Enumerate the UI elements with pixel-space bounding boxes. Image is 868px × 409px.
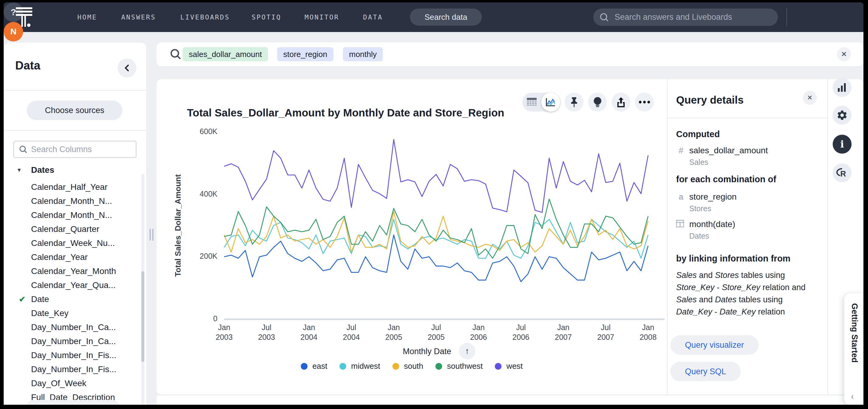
legend-item-south[interactable]: south [392,361,423,371]
legend-dot [436,363,442,370]
x-tick-label: Jan2006 [460,322,497,342]
attribute-icon: a [676,192,686,202]
x-axis-title: Monthly Date [403,347,451,356]
y-tick-label: 200K [193,252,217,261]
query-sql-button[interactable]: Query SQL [670,362,741,381]
linking-description-line: Sales and Dates tables using [676,295,783,304]
x-axis-line [224,319,664,320]
x-tick-label: Jan2007 [545,322,582,342]
getting-started-tab[interactable]: Getting Started ‹ [844,293,863,405]
query-column-name[interactable]: month(date) [689,220,735,229]
query-section-heading: by linking information from [676,254,790,264]
y-tick-label: 400K [193,189,217,198]
query-section-heading: Computed [676,129,720,139]
getting-started-label: Getting Started [850,303,859,363]
legend-item-midwest[interactable]: midwest [340,361,380,371]
series-southwest [224,199,648,258]
series-west [224,140,648,212]
x-tick-label: Jul2006 [502,322,539,342]
x-tick-label: Jan2003 [206,322,242,342]
query-column-source: Stores [689,204,711,213]
legend-dot [392,363,399,370]
x-tick-label: Jan2008 [630,322,666,342]
info-icon: i [840,138,844,150]
settings-icon [836,109,848,121]
query-column-source: Sales [689,158,708,167]
x-tick-label: Jul2007 [588,322,624,342]
y-tick-label: 0 [193,314,217,323]
legend-dot [340,363,346,370]
legend-dot [495,363,502,370]
info-panel-button[interactable]: i [833,135,851,154]
linking-description-line: Date_Key - Date_Key relation [676,307,785,317]
legend-item-southwest[interactable]: southwest [436,361,483,371]
sort-ascending-button[interactable]: ↑ [459,343,475,359]
query-column-name[interactable]: sales_dollar_amount [689,146,768,155]
query-section-heading: for each combination of [676,174,776,184]
app-window: HOMEANSWERSLIVEBOARDSSPOTIQMONITORDATA S… [4,2,863,405]
chart-legend: eastmidwestsouthsouthwestwest [301,361,523,371]
x-tick-label: Jul2005 [418,322,455,342]
legend-item-east[interactable]: east [301,361,328,371]
close-query-details-icon[interactable]: ✕ [803,91,817,105]
query-column-name[interactable]: store_region [689,192,737,202]
linking-description-line: Store_Key - Store_Key relation and [676,283,806,292]
series-east [224,235,648,282]
x-tick-label: Jul2004 [333,322,370,342]
r-analysis-icon: R [836,168,848,178]
settings-panel-button[interactable] [833,106,851,125]
x-tick-label: Jan2005 [375,322,412,342]
x-tick-label: Jul2003 [248,322,285,342]
query-details-title: Query details [676,94,744,106]
number-icon: # [676,146,686,155]
y-tick-label: 600K [193,127,217,136]
query-visualizer-button[interactable]: Query visualizer [670,335,759,355]
linking-description-line: Sales and Stores tables using [676,271,785,280]
svg-text:R: R [840,169,846,178]
screenshot-frame: HOMEANSWERSLIVEBOARDSSPOTIQMONITORDATA S… [0,0,868,409]
r-analysis-button[interactable]: R [833,163,851,182]
y-axis-title: Total Sales_Dollar_Amount [173,174,183,277]
chart-panel-button[interactable] [833,78,851,97]
legend-dot [301,363,308,370]
chevron-left-icon[interactable]: ‹ [851,391,854,401]
chart-icon [838,83,847,92]
query-column-source: Dates [689,232,709,240]
x-tick-label: Jan2004 [290,322,327,342]
calendar-icon [676,220,686,227]
legend-item-west[interactable]: west [495,361,523,371]
